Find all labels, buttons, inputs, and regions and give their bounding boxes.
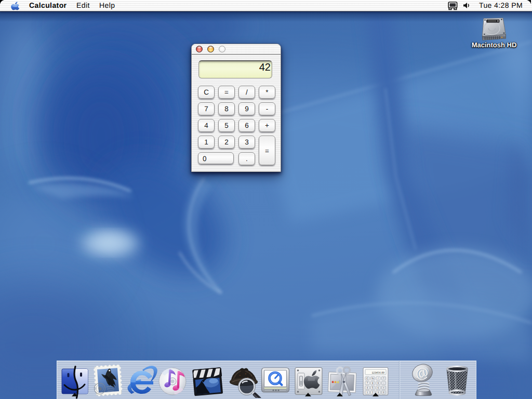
svg-text:123456.89: 123456.89 (371, 371, 384, 375)
svg-text:1: 1 (367, 391, 368, 394)
svg-text:5: 5 (372, 387, 374, 390)
svg-text:9: 9 (378, 382, 379, 385)
svg-text:%: % (371, 377, 374, 380)
svg-text:6: 6 (378, 387, 379, 390)
svg-text:C: C (366, 377, 368, 380)
svg-text:+: + (383, 387, 384, 390)
svg-text:=: = (383, 391, 384, 394)
svg-text:8: 8 (372, 382, 374, 385)
svg-text:4: 4 (367, 387, 368, 390)
svg-text:7: 7 (367, 382, 368, 385)
svg-text:*: * (383, 377, 384, 380)
